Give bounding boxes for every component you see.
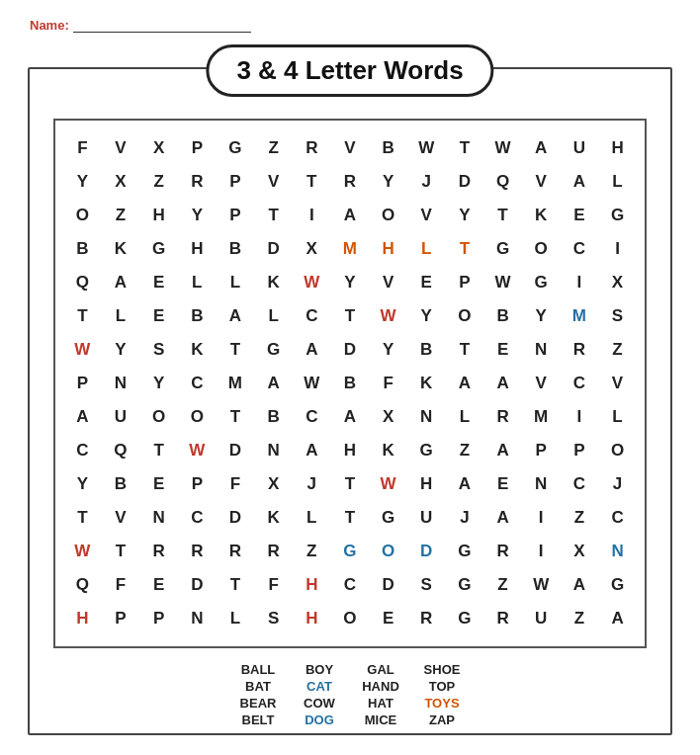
grid-cell-12-11: R bbox=[487, 536, 519, 567]
grid-cell-14-0: H bbox=[66, 603, 98, 634]
grid-cell-1-9: J bbox=[410, 166, 442, 198]
grid-cell-12-6: Z bbox=[296, 536, 327, 567]
grid-cell-3-6: X bbox=[296, 233, 327, 265]
name-line[interactable] bbox=[73, 19, 251, 33]
grid-cell-7-2: Y bbox=[143, 368, 175, 399]
grid-cell-5-10: O bbox=[449, 300, 481, 332]
grid-cell-3-10: T bbox=[449, 233, 481, 265]
grid-cell-7-5: A bbox=[258, 368, 290, 399]
grid-cell-0-4: G bbox=[219, 132, 251, 164]
grid-cell-13-5: F bbox=[258, 569, 290, 601]
grid-cell-12-1: T bbox=[105, 536, 136, 567]
grid-cell-5-12: Y bbox=[525, 300, 557, 332]
grid-cell-3-5: D bbox=[258, 233, 290, 265]
grid-cell-6-12: N bbox=[525, 334, 557, 366]
grid-cell-13-14: G bbox=[602, 569, 634, 601]
grid-cell-2-9: V bbox=[410, 200, 442, 231]
grid-cell-13-9: S bbox=[410, 569, 442, 601]
word-row-2: BEARCOWHATTOYS bbox=[236, 696, 464, 711]
grid-cell-1-2: Z bbox=[143, 166, 175, 198]
grid-cell-4-9: E bbox=[410, 267, 442, 298]
title-container: 3 & 4 Letter Words bbox=[206, 44, 493, 97]
grid-cell-14-13: Z bbox=[564, 603, 595, 634]
grid-cell-3-8: H bbox=[373, 233, 404, 265]
grid-cell-6-8: Y bbox=[373, 334, 404, 366]
grid-row-9: CQTWDNAHKGZAPPO bbox=[63, 435, 637, 466]
title-text: 3 & 4 Letter Words bbox=[236, 55, 463, 85]
word-row-1: BATCATHANDTOP bbox=[236, 679, 464, 694]
grid-cell-10-5: X bbox=[258, 468, 290, 500]
grid-cell-5-8: W bbox=[373, 300, 404, 332]
grid-cell-1-1: X bbox=[105, 166, 136, 198]
grid-cell-1-14: L bbox=[602, 166, 634, 198]
grid-cell-1-12: V bbox=[525, 166, 557, 198]
grid-cell-8-3: O bbox=[181, 401, 213, 433]
grid-cell-13-1: F bbox=[105, 569, 136, 601]
grid-cell-10-13: C bbox=[564, 468, 595, 500]
grid-cell-10-3: P bbox=[181, 468, 213, 500]
grid-cell-2-13: E bbox=[564, 200, 595, 231]
grid-cell-12-5: R bbox=[258, 536, 290, 567]
grid-row-5: TLEBALCTWYOBYMS bbox=[63, 300, 637, 332]
grid-row-14: HPPNLSHOERGRUZA bbox=[63, 603, 637, 634]
grid-cell-3-3: H bbox=[181, 233, 213, 265]
grid-cell-5-9: Y bbox=[410, 300, 442, 332]
grid-cell-11-6: L bbox=[296, 502, 327, 534]
grid-row-13: QFEDTFHCDSGZWAG bbox=[63, 569, 637, 601]
grid-cell-4-11: W bbox=[487, 267, 519, 298]
grid-cell-4-2: E bbox=[143, 267, 175, 298]
grid-cell-4-5: K bbox=[258, 267, 290, 298]
grid-cell-9-6: A bbox=[296, 435, 327, 466]
grid-cell-6-5: G bbox=[258, 334, 290, 366]
grid-cell-13-13: A bbox=[564, 569, 595, 601]
grid-cell-14-12: U bbox=[525, 603, 557, 634]
grid-cell-13-12: W bbox=[525, 569, 557, 601]
grid-cell-9-13: P bbox=[564, 435, 595, 466]
grid-cell-13-2: E bbox=[143, 569, 175, 601]
grid-cell-6-11: E bbox=[487, 334, 519, 366]
grid-cell-4-10: P bbox=[449, 267, 481, 298]
grid-cell-6-2: S bbox=[143, 334, 175, 366]
grid-cell-7-11: A bbox=[487, 368, 519, 399]
grid-cell-14-14: A bbox=[602, 603, 634, 634]
grid-cell-11-1: V bbox=[105, 502, 136, 534]
grid-cell-10-9: H bbox=[410, 468, 442, 500]
grid-cell-1-13: A bbox=[564, 166, 595, 198]
grid-cell-13-6: H bbox=[296, 569, 327, 601]
grid-cell-2-4: P bbox=[219, 200, 251, 231]
grid-cell-3-13: C bbox=[564, 233, 595, 265]
grid-cell-10-7: T bbox=[334, 468, 366, 500]
grid-cell-1-3: R bbox=[181, 166, 213, 198]
grid-cell-11-2: N bbox=[143, 502, 175, 534]
grid-cell-13-10: G bbox=[449, 569, 481, 601]
grid-cell-2-11: T bbox=[487, 200, 519, 231]
grid-cell-7-1: N bbox=[105, 368, 136, 399]
grid-cell-1-10: D bbox=[449, 166, 481, 198]
grid-row-0: FVXPGZRVBWTWAUH bbox=[63, 132, 637, 164]
grid-cell-7-0: P bbox=[66, 368, 98, 399]
grid-cell-3-2: G bbox=[143, 233, 175, 265]
grid-cell-5-13: M bbox=[564, 300, 595, 332]
grid-cell-8-1: U bbox=[105, 401, 136, 433]
grid-cell-1-5: V bbox=[258, 166, 290, 198]
grid-cell-9-3: W bbox=[181, 435, 213, 466]
word-item-bat: BAT bbox=[236, 679, 280, 694]
grid-cell-9-7: H bbox=[334, 435, 366, 466]
name-label: Name: bbox=[30, 18, 69, 33]
grid-cell-1-4: P bbox=[219, 166, 251, 198]
grid-cell-11-12: I bbox=[525, 502, 557, 534]
word-item-cat: CAT bbox=[298, 679, 341, 694]
grid-cell-7-3: C bbox=[181, 368, 213, 399]
grid-cell-11-4: D bbox=[219, 502, 251, 534]
grid-row-11: TVNCDKLTGUJAIZC bbox=[63, 502, 637, 534]
grid-row-1: YXZRPVTRYJDQVAL bbox=[63, 166, 637, 198]
grid-row-4: QAELLKWYVEPWGIX bbox=[63, 267, 637, 298]
grid-cell-14-6: H bbox=[296, 603, 327, 634]
grid-cell-10-4: F bbox=[219, 468, 251, 500]
grid-cell-2-3: Y bbox=[181, 200, 213, 231]
grid-cell-12-4: R bbox=[219, 536, 251, 567]
grid-cell-7-4: M bbox=[219, 368, 251, 399]
grid-cell-9-5: N bbox=[258, 435, 290, 466]
grid-cell-12-7: G bbox=[334, 536, 366, 567]
grid-row-10: YBEPFXJTWHAENCJ bbox=[63, 468, 637, 500]
